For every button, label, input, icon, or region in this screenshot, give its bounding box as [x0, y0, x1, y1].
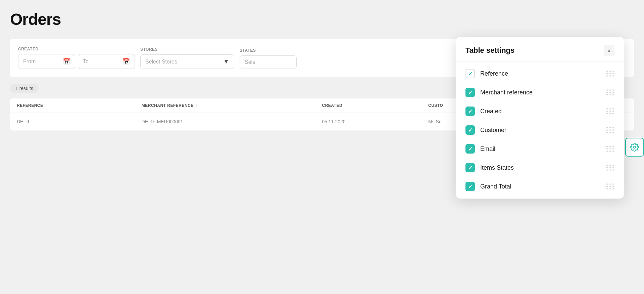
drag-handle-items-states [606, 165, 614, 171]
drag-handle-customer [606, 127, 614, 133]
panel-item-created[interactable]: ✓ Created [456, 102, 624, 121]
check-email-icon: ✓ [468, 146, 473, 152]
sort-created-icon: ↕ [344, 104, 346, 107]
td-merchant-reference: DE--9--MER000001 [135, 113, 315, 130]
check-merchant-icon: ✓ [468, 89, 473, 96]
drag-handle-grand-total [606, 183, 614, 190]
panel-item-email-label: Email [480, 145, 601, 153]
check-reference-icon: ✓ [468, 71, 473, 77]
th-reference[interactable]: REFERENCE ↕ [10, 98, 135, 113]
sort-reference-icon: ↕ [45, 104, 47, 107]
checkbox-reference[interactable]: ✓ [465, 69, 475, 78]
calendar-from-icon: 📅 [63, 58, 70, 65]
panel-item-customer[interactable]: ✓ Customer [456, 121, 624, 139]
panel-item-reference-label: Reference [480, 70, 601, 77]
table-settings-button[interactable] [625, 138, 644, 157]
from-date-input[interactable]: From 📅 [18, 54, 75, 69]
panel-header: Table settings ▲ [456, 37, 624, 61]
panel-item-reference[interactable]: ✓ Reference [456, 64, 624, 83]
th-merchant-reference[interactable]: MERCHANT REFERENCE ↕ [135, 98, 315, 113]
check-customer-icon: ✓ [468, 127, 473, 133]
check-created-icon: ✓ [468, 108, 473, 115]
panel-items-list: ✓ Reference ✓ Merchant reference [456, 61, 624, 199]
checkbox-items-states[interactable]: ✓ [465, 163, 475, 172]
th-created[interactable]: CREATED ↕ [315, 98, 422, 113]
sort-merchant-icon: ↕ [196, 104, 198, 107]
checkbox-grand-total[interactable]: ✓ [465, 182, 475, 191]
drag-handle-email [606, 146, 614, 152]
to-date-input[interactable]: To 📅 [78, 54, 135, 69]
checkbox-created[interactable]: ✓ [465, 107, 475, 116]
chevron-up-icon: ▲ [607, 48, 611, 53]
panel-item-merchant-reference[interactable]: ✓ Merchant reference [456, 83, 624, 102]
calendar-to-icon: 📅 [122, 58, 130, 65]
panel-item-grand-total-label: Grand Total [480, 183, 601, 190]
panel-item-customer-label: Customer [480, 127, 601, 134]
to-placeholder: To [83, 58, 120, 65]
created-label: CREATED [18, 47, 135, 51]
panel-item-email[interactable]: ✓ Email [456, 139, 624, 158]
stores-select-placeholder: Select Stores [145, 59, 220, 65]
drag-handle-created [606, 108, 614, 114]
checkbox-customer[interactable]: ✓ [465, 125, 475, 135]
results-badge: 1 results [10, 84, 39, 93]
states-filter-group: STATES Sele [240, 48, 297, 69]
panel-item-items-states-label: Items States [480, 164, 601, 171]
stores-select[interactable]: Select Stores ▼ [140, 54, 234, 69]
panel-scroll-up-button[interactable]: ▲ [604, 45, 614, 56]
panel-item-items-states[interactable]: ✓ Items States [456, 158, 624, 177]
panel-item-grand-total[interactable]: ✓ Grand Total [456, 177, 624, 196]
page-title: Orders [10, 10, 634, 29]
states-select-placeholder: Sele [245, 59, 292, 65]
panel-title: Table settings [465, 46, 514, 55]
drag-handle-merchant-reference [606, 89, 614, 95]
td-reference: DE--9 [10, 113, 135, 130]
th-merchant-reference-label: MERCHANT REFERENCE [142, 103, 194, 108]
checkbox-merchant-reference[interactable]: ✓ [465, 88, 475, 97]
stores-label: STORES [140, 47, 234, 52]
td-created: 05.11.2020 [315, 113, 422, 130]
panel-item-merchant-reference-label: Merchant reference [480, 89, 601, 96]
chevron-down-icon: ▼ [223, 58, 229, 65]
states-select[interactable]: Sele [240, 55, 297, 69]
stores-filter-group: STORES Select Stores ▼ [140, 47, 234, 69]
check-grand-total-icon: ✓ [468, 183, 473, 190]
date-range-inputs: From 📅 To 📅 [18, 54, 135, 69]
checkbox-email[interactable]: ✓ [465, 144, 475, 154]
th-reference-label: REFERENCE [17, 103, 43, 108]
from-placeholder: From [23, 58, 60, 65]
drag-handle-reference [606, 71, 614, 77]
svg-point-0 [634, 146, 636, 148]
states-label: STATES [240, 48, 297, 53]
gear-icon [630, 143, 639, 152]
th-created-label: CREATED [322, 103, 343, 108]
table-settings-panel: Table settings ▲ ✓ Reference ✓ Merchant … [456, 37, 624, 199]
th-customer-label: CUSTO [428, 103, 443, 108]
panel-item-created-label: Created [480, 108, 601, 115]
check-items-states-icon: ✓ [468, 165, 473, 171]
created-filter-group: CREATED From 📅 To 📅 [18, 47, 135, 69]
